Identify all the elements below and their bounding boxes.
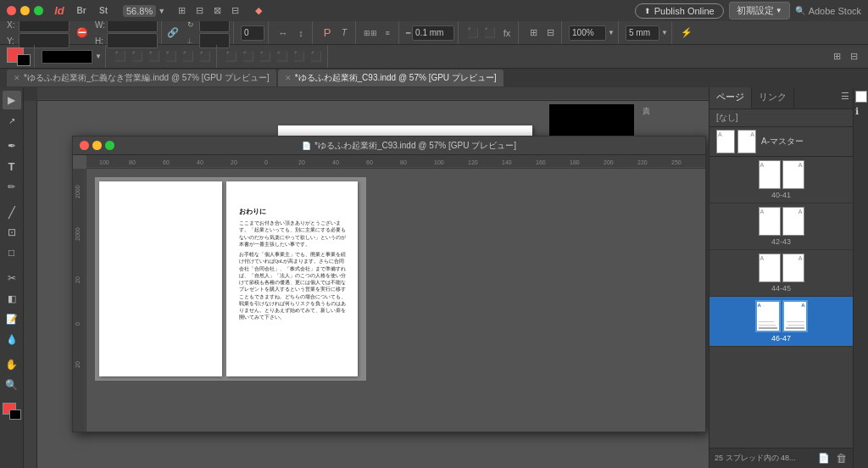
view-icon-3[interactable]: ⊠ [209,3,225,19]
spread-42-43[interactable]: A A 42-43 [709,203,853,250]
float-maximize[interactable] [105,141,114,150]
thumb-40[interactable]: A [759,160,781,189]
fill-stroke-widget[interactable] [7,47,31,66]
layout-icon1[interactable]: ⊞ [526,25,541,41]
master-thumb-right[interactable]: A [737,130,756,153]
dist-6[interactable]: ⬛ [309,49,324,64]
zoom-value[interactable]: 56.8% [123,5,156,17]
stroke-dropdown-icon[interactable]: ▼ [95,53,102,60]
direct-selection-tool[interactable]: ↗ [3,111,21,130]
thumb-47-active[interactable]: A [782,300,808,332]
line-tool[interactable]: ╱ [3,203,21,221]
text-icon-2[interactable]: T [337,25,352,41]
thumb-44[interactable]: A [759,254,781,282]
text-icon-1[interactable]: P [320,25,335,41]
cols-icon[interactable]: ⊞⊞ [363,25,378,41]
zoom-pct-input[interactable] [569,25,606,41]
thumb-45[interactable]: A [782,254,804,282]
dist-1[interactable]: ⬛ [224,49,239,64]
more-icon[interactable]: ⊟ [846,49,861,64]
zoom-tool[interactable]: 🔍 [3,376,21,394]
rect-tool[interactable]: □ [3,243,21,262]
lock-proportions-icon[interactable]: ⛔ [75,25,90,41]
scissors-tool[interactable]: ✂ [3,269,21,287]
stroke-input[interactable] [412,25,454,41]
panel-options-icon[interactable]: ☰ [837,87,853,109]
right-panel-swatch-1[interactable] [855,91,867,103]
tab-1[interactable]: ✕ *ゆるふわ起業術_仁義なき営業編.indd @ 57% [GPU プレビュー… [7,70,276,86]
add-page-icon[interactable]: 📄 [817,452,831,465]
close-button[interactable] [7,6,16,15]
layout-icon2[interactable]: ⊟ [542,25,558,41]
zoom-control[interactable]: 56.8% ▼ [123,5,165,17]
hand-tool[interactable]: ✋ [3,355,21,374]
fill-stroke-tool[interactable] [3,403,21,420]
publish-online-button[interactable]: Publish Online [635,3,724,19]
dist-4[interactable]: ⬛ [275,49,290,64]
dist-5[interactable]: ⬛ [292,49,307,64]
align-center-icon[interactable]: ⬛ [482,25,498,41]
align-row2-5[interactable]: ⬛ [181,49,196,64]
grid-icon[interactable]: ⊞ [829,49,844,64]
text-tool[interactable]: T [3,157,21,176]
constrain-icon[interactable]: 🔗 [165,25,181,41]
float-close[interactable] [80,141,89,150]
gradient-tool[interactable]: ◧ [3,289,21,308]
thumb-42[interactable]: A [759,207,781,236]
flip-h-icon[interactable]: ↔ [275,25,291,41]
num-input[interactable]: 0 [241,25,264,41]
dist-2[interactable]: ⬛ [241,49,256,64]
dist-3[interactable]: ⬛ [258,49,273,64]
tab-2[interactable]: ✕ *ゆるふわ起業術_C93.indd @ 57% [GPU プレビュー] [278,70,504,86]
view-icon-1[interactable]: ⊞ [174,3,189,19]
spacing-input[interactable] [626,25,659,41]
fx-icon[interactable]: fx [499,25,515,41]
spread-44-45-label: 44-45 [771,284,791,292]
float-doc-canvas[interactable]: おわりに ここまでお付き合い頂きありがとうございます。「起業といっても、別に主業… [86,169,705,432]
spread-40-41[interactable]: A A 40-41 [709,157,853,203]
float-title-group: 📄 *ゆるふわ起業術_C93.indd @ 57% [GPU プレビュー] [120,140,698,152]
align-row2-6[interactable]: ⬛ [198,49,213,64]
thumb-41[interactable]: A [782,160,804,189]
zoom-dropdown-icon[interactable]: ▼ [158,7,165,15]
align-left-icon[interactable]: ⬛ [465,25,481,41]
spacing-dropdown[interactable]: ▼ [661,29,668,36]
thumb-43[interactable]: A [782,207,804,236]
tab-pages[interactable]: ページ [709,87,752,109]
master-thumb-left[interactable]: A [716,130,735,153]
y-label: Y: [7,36,17,46]
view-icon-2[interactable]: ⊟ [192,3,207,19]
spread-44-45[interactable]: A A 44-45 [709,250,853,297]
lightning-icon[interactable]: ⚡ [679,25,694,41]
float-minimize[interactable] [92,141,102,150]
selection-tool[interactable]: ▶ [3,91,21,109]
float-ruler-v-svg: 2000 2000 20 0 20 [73,169,86,432]
stroke-preview[interactable] [42,50,92,64]
pen-tool[interactable]: ✒ [3,136,21,155]
align-row2-2[interactable]: ⬛ [130,49,145,64]
adobe-stock-search[interactable]: 🔍 Adobe Stock [795,6,861,16]
rect-frame-tool[interactable]: ⊡ [3,223,21,242]
eyedropper-tool[interactable]: 💧 [3,330,21,348]
delete-page-icon[interactable]: 🗑 [834,452,848,465]
right-panel-icon-1[interactable]: ℹ [855,106,867,118]
rows-icon[interactable]: ≡ [380,25,395,41]
align-row2-3[interactable]: ⬛ [147,49,162,64]
settings-button[interactable]: 初期設定 ▼ [729,2,790,20]
pin-icon[interactable]: ◆ [251,3,266,19]
tab-links[interactable]: リンク [752,87,794,109]
note-tool[interactable]: 📝 [3,309,21,328]
view-icon-4[interactable]: ⊟ [227,3,242,19]
pencil-tool[interactable]: ✏ [3,177,21,196]
maximize-button[interactable] [34,6,43,15]
align-row2-1[interactable]: ⬛ [113,49,128,64]
align-row2-4[interactable]: ⬛ [164,49,179,64]
tab-2-close[interactable]: ✕ [285,74,292,82]
flip-v-icon[interactable]: ↕ [293,25,309,41]
zoom-pct-dropdown[interactable]: ▼ [608,29,615,36]
minimize-button[interactable] [20,6,30,15]
spread-46-47[interactable]: A A 46-47 [709,297,853,347]
tab-1-close[interactable]: ✕ [14,74,20,82]
thumb-46-active[interactable]: A [755,300,781,332]
canvas-area[interactable]: 第一章 責 📄 *ゆるふわ起業術_C93.indd @ 57% [GPU プレビ… [24,87,709,468]
